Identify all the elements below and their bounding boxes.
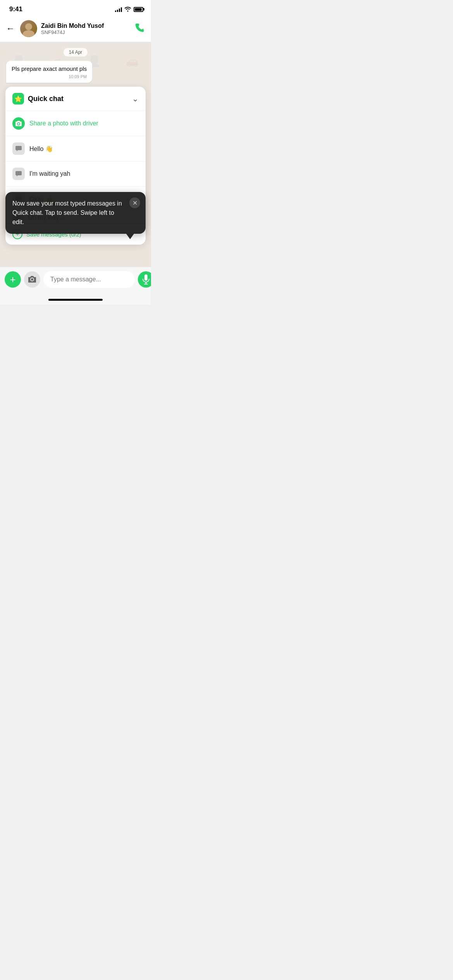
bubble-received: Pls prepare axact amount pls 10:09 PM <box>6 61 92 83</box>
message-bubble: Pls prepare axact amount pls 10:09 PM <box>6 61 145 83</box>
message-text: Pls prepare axact amount pls <box>12 65 87 73</box>
quick-chat-item-waiting[interactable]: I'm waiting yah <box>5 161 146 187</box>
home-bar <box>48 299 103 301</box>
quick-chat-text-waiting: I'm waiting yah <box>29 170 70 177</box>
quick-chat-header[interactable]: ⭐ Quick chat ⌄ <box>5 87 146 111</box>
message-time: 10:09 PM <box>12 74 87 79</box>
quick-chat-item-hello[interactable]: Hello 👋 <box>5 136 146 161</box>
svg-rect-0 <box>15 146 22 150</box>
avatar-image <box>20 20 37 37</box>
call-button[interactable] <box>134 22 145 36</box>
tooltip-overlay: Now save your most typed messages in Qui… <box>5 192 146 234</box>
bottom-bar: + <box>0 267 151 296</box>
add-attachment-button[interactable]: + <box>5 271 21 288</box>
share-photo-text: Share a photo with driver <box>29 120 98 127</box>
driver-name: Zaidi Bin Mohd Yusof <box>41 22 134 29</box>
back-button[interactable]: ← <box>5 22 16 35</box>
date-badge: 14 Apr <box>0 42 151 59</box>
status-bar: 9:41 <box>0 0 151 16</box>
chat-bubble-icon-2 <box>12 168 25 180</box>
avatar <box>20 20 37 37</box>
message-input[interactable] <box>43 271 135 288</box>
quick-chat-header-left: ⭐ Quick chat <box>12 93 63 105</box>
wifi-icon <box>124 6 131 13</box>
camera-button[interactable] <box>24 271 40 288</box>
battery-icon <box>134 7 143 12</box>
voice-message-button[interactable] <box>138 271 151 288</box>
home-indicator <box>0 296 151 305</box>
quick-chat-text-hello: Hello 👋 <box>29 145 53 152</box>
quick-chat-title: Quick chat <box>28 95 63 103</box>
chat-bubble-icon-1 <box>12 142 25 155</box>
svg-rect-4 <box>144 274 148 281</box>
signal-bars-icon <box>115 7 122 12</box>
tooltip-text: Now save your most typed messages in Qui… <box>12 200 122 225</box>
status-time: 9:41 <box>9 5 22 13</box>
header-info: Zaidi Bin Mohd Yusof SNF9474J <box>41 22 134 35</box>
svg-rect-1 <box>15 171 22 175</box>
quick-chat-icon: ⭐ <box>12 93 24 105</box>
share-photo-item[interactable]: Share a photo with driver <box>5 111 146 136</box>
chat-area: 👤 🚗 👤 🚗 💬 📍 💬 📍 👤 🚗 👤 🚗 🏠 ⚙️ 🏠 ⚙️ 14 Apr… <box>0 42 151 267</box>
status-icons <box>115 6 143 13</box>
camera-icon <box>12 117 25 130</box>
tooltip-close-button[interactable]: ✕ <box>129 197 140 208</box>
star-icon: ⭐ <box>14 95 22 103</box>
chevron-down-icon[interactable]: ⌄ <box>132 94 139 103</box>
chat-header: ← Zaidi Bin Mohd Yusof SNF9474J <box>0 16 151 42</box>
plate-number: SNF9474J <box>41 29 134 35</box>
